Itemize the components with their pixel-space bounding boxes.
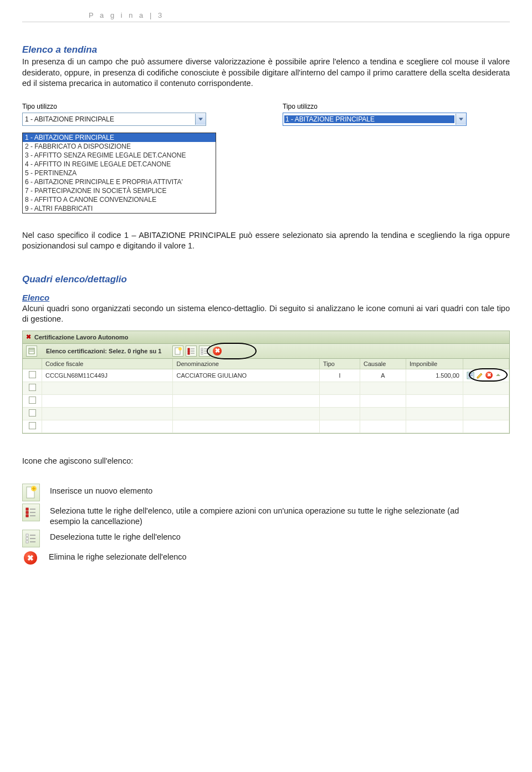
svg-rect-4 xyxy=(188,351,190,352)
deselect-all-icon[interactable] xyxy=(199,346,210,357)
section-title-quadri: Quadri elenco/dettaglio xyxy=(22,274,510,285)
svg-point-2 xyxy=(178,347,182,351)
svg-rect-15 xyxy=(26,534,28,536)
cell-causale: A xyxy=(360,369,406,382)
col-causale[interactable]: Causale xyxy=(360,359,406,369)
svg-rect-14 xyxy=(26,515,28,517)
dropdown-option[interactable]: 2 - FABBRICATO A DISPOSIZIONE xyxy=(23,142,216,151)
cell-tipo: I xyxy=(320,369,360,382)
dropdown-select-typed[interactable]: 1 - ABITAZIONE PRINCIPALE xyxy=(283,113,467,126)
section-title-elenco-tendina: Elenco a tendina xyxy=(22,44,510,55)
select-all-icon[interactable] xyxy=(22,504,40,521)
dropdown-option[interactable]: 4 - AFFITTO IN REGIME LEGALE DET.CANONE xyxy=(23,160,216,169)
svg-rect-16 xyxy=(26,537,28,540)
svg-rect-8 xyxy=(201,353,203,354)
collapse-icon[interactable] xyxy=(26,346,37,357)
svg-rect-5 xyxy=(188,353,190,354)
svg-rect-17 xyxy=(26,541,28,543)
dropdown-selected-text-left: 1 - ABITAZIONE PRINCIPALE xyxy=(23,115,195,123)
add-icon[interactable] xyxy=(172,346,183,357)
svg-rect-7 xyxy=(201,351,203,352)
row-checkbox[interactable] xyxy=(29,397,36,404)
grid-panel: ✖ Certificazione Lavoro Autonomo Elenco … xyxy=(22,331,510,434)
panel-header: ✖ Certificazione Lavoro Autonomo xyxy=(23,331,509,344)
svg-rect-13 xyxy=(26,511,28,514)
panel-title: Certificazione Lavoro Autonomo xyxy=(34,334,129,341)
row-checkbox[interactable] xyxy=(29,384,36,391)
dropdown-label-left: Tipo utilizzo xyxy=(22,103,249,110)
svg-rect-12 xyxy=(26,508,28,510)
row-delete-icon[interactable]: ✖ xyxy=(485,372,493,379)
dropdown-option[interactable]: 9 - ALTRI FABBRICATI xyxy=(23,204,216,213)
data-grid: Codice fiscale Denominazione Tipo Causal… xyxy=(23,359,509,433)
section-body-quadri: Alcuni quadri sono organizzati secondo u… xyxy=(22,303,510,325)
toolbar-label: Elenco certificazioni: Selez. 0 righe su… xyxy=(46,348,161,354)
table-row[interactable] xyxy=(23,420,509,433)
section-note: Nel caso specifico il codice 1 – ABITAZI… xyxy=(22,230,510,252)
delete-icon[interactable]: ✖ xyxy=(22,550,39,566)
icon-desc-deselect-all: Deseleziona tutte le righe dell'elenco xyxy=(50,530,181,543)
icon-desc-add: Inserisce un nuovo elemento xyxy=(50,484,152,497)
dropdown-option[interactable]: 5 - PERTINENZA xyxy=(23,169,216,177)
sub-heading-elenco: Elenco xyxy=(22,293,510,302)
chevron-down-icon[interactable] xyxy=(195,114,206,125)
section-body-elenco-tendina: In presenza di un campo che può assumere… xyxy=(22,57,510,89)
dropdown-option[interactable]: 8 - AFFITTO A CANONE CONVENZIONALE xyxy=(23,195,216,204)
icon-desc-delete: Elimina le righe selezionate dell'elenco xyxy=(49,550,187,563)
row-checkbox[interactable] xyxy=(29,409,36,417)
dropdown-figure: Tipo utilizzo 1 - ABITAZIONE PRINCIPALE … xyxy=(22,103,510,214)
col-codice-fiscale[interactable]: Codice fiscale xyxy=(42,359,173,369)
cell-cf: CCCGLN68M11C449J xyxy=(42,369,173,382)
close-icon[interactable]: ✖ xyxy=(26,333,31,341)
dropdown-selected-text-right: 1 - ABITAZIONE PRINCIPALE xyxy=(284,115,454,123)
row-checkbox[interactable] xyxy=(29,371,36,378)
dropdown-option[interactable]: 3 - AFFITTO SENZA REGIME LEGALE DET.CANO… xyxy=(23,151,216,160)
select-all-icon[interactable] xyxy=(186,346,197,357)
row-checkbox[interactable] xyxy=(29,422,36,429)
icon-description-list: Inserisce un nuovo elemento Seleziona tu… xyxy=(22,484,510,566)
add-icon[interactable] xyxy=(22,484,40,501)
svg-rect-3 xyxy=(188,348,190,350)
detail-icon[interactable] xyxy=(467,372,474,379)
cell-imponibile: 1.500,00 xyxy=(406,369,463,382)
page-header: P a g i n a | 3 xyxy=(22,11,510,22)
dropdown-option[interactable]: 7 - PARTECIPAZIONE IN SOCIETÀ SEMPLICE xyxy=(23,186,216,195)
col-denominazione[interactable]: Denominazione xyxy=(173,359,320,369)
edit-icon[interactable] xyxy=(476,372,484,379)
col-imponibile[interactable]: Imponibile xyxy=(406,359,463,369)
table-row[interactable]: CCCGLN68M11C449J CACCIATORE GIULIANO I A… xyxy=(23,369,509,382)
dropdown-select-open[interactable]: 1 - ABITAZIONE PRINCIPALE xyxy=(22,113,206,126)
deselect-all-icon[interactable] xyxy=(22,530,40,547)
panel-toolbar: Elenco certificazioni: Selez. 0 righe su… xyxy=(23,344,509,359)
delete-icon[interactable]: ✖ xyxy=(212,346,222,356)
dropdown-option[interactable]: 6 - ABITAZIONE PRINCIPALE E PROPRIA ATTI… xyxy=(23,177,216,186)
dropdown-option-list[interactable]: 1 - ABITAZIONE PRINCIPALE2 - FABBRICATO … xyxy=(22,133,216,214)
svg-rect-6 xyxy=(201,348,203,350)
dropdown-option[interactable]: 1 - ABITAZIONE PRINCIPALE xyxy=(23,133,216,142)
dropdown-label-right: Tipo utilizzo xyxy=(283,103,510,110)
cell-den: CACCIATORE GIULIANO xyxy=(173,369,320,382)
toolbar-button-group: ✖ xyxy=(170,345,224,357)
row-up-icon[interactable] xyxy=(495,372,503,379)
icon-desc-select-all: Seleziona tutte le righe dell'elenco, ut… xyxy=(50,504,482,527)
table-row[interactable] xyxy=(23,394,509,407)
table-row[interactable] xyxy=(23,407,509,420)
col-tipo[interactable]: Tipo xyxy=(320,359,360,369)
icons-intro: Icone che agiscono sull'elenco: xyxy=(22,456,510,467)
chevron-down-icon[interactable] xyxy=(456,114,466,125)
table-row[interactable] xyxy=(23,382,509,394)
